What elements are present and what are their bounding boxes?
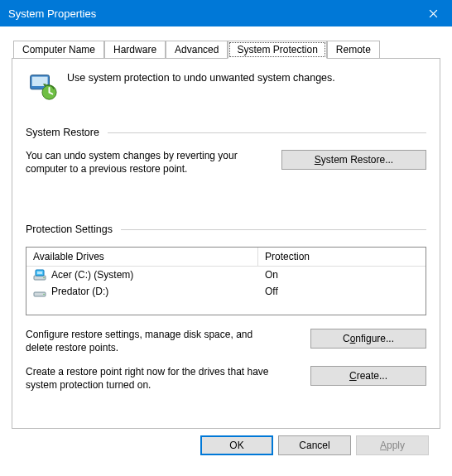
listview-header: Available Drives Protection [26, 248, 426, 267]
system-restore-header-label: System Restore [26, 127, 99, 138]
protection-settings-header: Protection Settings [26, 224, 426, 235]
system-drive-icon [33, 268, 46, 281]
window-title: System Properties [8, 7, 414, 20]
list-item[interactable]: Predator (D:) Off [26, 283, 426, 300]
svg-point-4 [43, 277, 45, 279]
svg-rect-6 [37, 272, 42, 274]
cancel-button[interactable]: Cancel [278, 435, 351, 455]
drives-listview[interactable]: Available Drives Protection Acer (C:) (S… [26, 247, 426, 315]
titlebar: System Properties [0, 0, 452, 26]
drive-name: Acer (C:) (System) [51, 269, 133, 281]
protection-settings-header-label: Protection Settings [26, 224, 113, 235]
column-available-drives[interactable]: Available Drives [26, 248, 258, 266]
system-protection-panel: Use system protection to undo unwanted s… [12, 58, 440, 429]
tab-advanced[interactable]: Advanced [166, 41, 228, 59]
tab-computer-name[interactable]: Computer Name [13, 41, 104, 59]
tab-system-protection[interactable]: System Protection [228, 41, 326, 59]
tab-hardware[interactable]: Hardware [104, 41, 166, 59]
list-item[interactable]: Acer (C:) (System) On [26, 267, 426, 283]
divider [108, 132, 426, 133]
close-icon [429, 9, 438, 18]
create-button[interactable]: Create... [310, 366, 426, 386]
drive-name: Predator (D:) [51, 286, 108, 297]
close-button[interactable] [414, 0, 452, 26]
drive-protection-status: On [265, 269, 419, 281]
tab-remote[interactable]: Remote [327, 41, 380, 59]
column-protection[interactable]: Protection [258, 248, 426, 266]
configure-button[interactable]: Configure... [310, 329, 426, 349]
intro-text: Use system protection to undo unwanted s… [67, 70, 335, 84]
configure-description: Configure restore settings, manage disk … [26, 329, 269, 354]
ok-button[interactable]: OK [200, 435, 273, 455]
divider [121, 229, 426, 230]
client-area: Computer Name Hardware Advanced System P… [0, 26, 452, 460]
system-restore-header: System Restore [26, 127, 426, 138]
create-description: Create a restore point right now for the… [26, 366, 269, 392]
system-restore-button[interactable]: System Restore... [281, 150, 426, 170]
tab-strip: Computer Name Hardware Advanced System P… [12, 40, 440, 58]
drive-icon [33, 285, 46, 298]
system-restore-description: You can undo system changes by reverting… [26, 150, 269, 175]
drive-protection-status: Off [265, 286, 419, 297]
dialog-footer: OK Cancel Apply [12, 429, 440, 455]
svg-point-8 [43, 294, 45, 296]
system-restore-icon [26, 70, 57, 102]
apply-button: Apply [356, 435, 429, 455]
